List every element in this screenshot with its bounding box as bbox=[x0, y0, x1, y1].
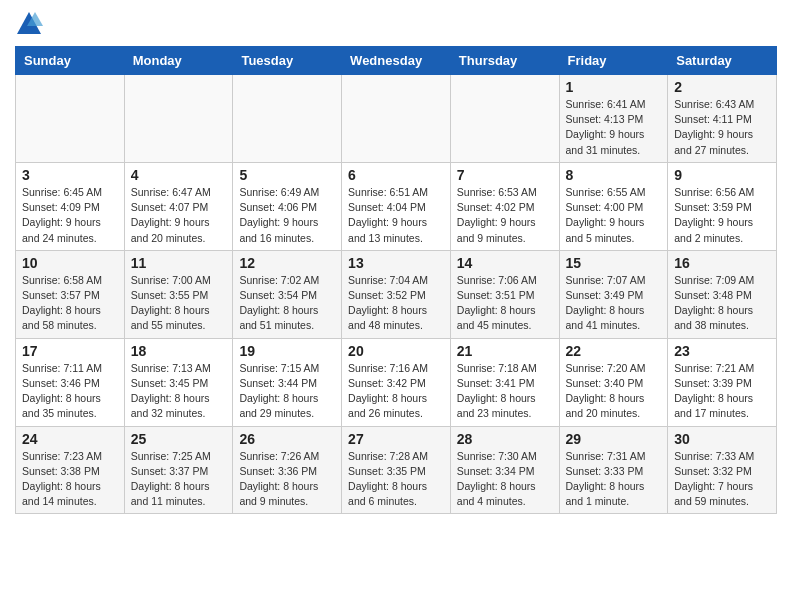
calendar-week: 1Sunrise: 6:41 AMSunset: 4:13 PMDaylight… bbox=[16, 75, 777, 163]
day-number: 24 bbox=[22, 431, 118, 447]
calendar-cell bbox=[342, 75, 451, 163]
weekday-header: Saturday bbox=[668, 47, 777, 75]
day-info: Sunrise: 6:56 AMSunset: 3:59 PMDaylight:… bbox=[674, 185, 770, 246]
calendar-week: 17Sunrise: 7:11 AMSunset: 3:46 PMDayligh… bbox=[16, 338, 777, 426]
day-number: 28 bbox=[457, 431, 553, 447]
day-info: Sunrise: 7:26 AMSunset: 3:36 PMDaylight:… bbox=[239, 449, 335, 510]
day-info: Sunrise: 7:02 AMSunset: 3:54 PMDaylight:… bbox=[239, 273, 335, 334]
calendar-cell: 28Sunrise: 7:30 AMSunset: 3:34 PMDayligh… bbox=[450, 426, 559, 514]
day-info: Sunrise: 7:13 AMSunset: 3:45 PMDaylight:… bbox=[131, 361, 227, 422]
day-number: 16 bbox=[674, 255, 770, 271]
calendar-body: 1Sunrise: 6:41 AMSunset: 4:13 PMDaylight… bbox=[16, 75, 777, 514]
calendar-cell: 20Sunrise: 7:16 AMSunset: 3:42 PMDayligh… bbox=[342, 338, 451, 426]
day-number: 14 bbox=[457, 255, 553, 271]
day-info: Sunrise: 6:55 AMSunset: 4:00 PMDaylight:… bbox=[566, 185, 662, 246]
header bbox=[15, 10, 777, 38]
day-number: 2 bbox=[674, 79, 770, 95]
day-info: Sunrise: 7:28 AMSunset: 3:35 PMDaylight:… bbox=[348, 449, 444, 510]
calendar-cell: 24Sunrise: 7:23 AMSunset: 3:38 PMDayligh… bbox=[16, 426, 125, 514]
weekday-header: Sunday bbox=[16, 47, 125, 75]
calendar-week: 24Sunrise: 7:23 AMSunset: 3:38 PMDayligh… bbox=[16, 426, 777, 514]
day-info: Sunrise: 7:25 AMSunset: 3:37 PMDaylight:… bbox=[131, 449, 227, 510]
day-number: 27 bbox=[348, 431, 444, 447]
calendar-cell: 3Sunrise: 6:45 AMSunset: 4:09 PMDaylight… bbox=[16, 162, 125, 250]
day-info: Sunrise: 6:53 AMSunset: 4:02 PMDaylight:… bbox=[457, 185, 553, 246]
day-info: Sunrise: 6:45 AMSunset: 4:09 PMDaylight:… bbox=[22, 185, 118, 246]
calendar-cell: 29Sunrise: 7:31 AMSunset: 3:33 PMDayligh… bbox=[559, 426, 668, 514]
calendar-cell: 19Sunrise: 7:15 AMSunset: 3:44 PMDayligh… bbox=[233, 338, 342, 426]
day-info: Sunrise: 7:21 AMSunset: 3:39 PMDaylight:… bbox=[674, 361, 770, 422]
calendar-cell: 17Sunrise: 7:11 AMSunset: 3:46 PMDayligh… bbox=[16, 338, 125, 426]
calendar-cell: 21Sunrise: 7:18 AMSunset: 3:41 PMDayligh… bbox=[450, 338, 559, 426]
day-number: 12 bbox=[239, 255, 335, 271]
day-info: Sunrise: 7:00 AMSunset: 3:55 PMDaylight:… bbox=[131, 273, 227, 334]
day-number: 26 bbox=[239, 431, 335, 447]
weekday-header: Monday bbox=[124, 47, 233, 75]
header-row: SundayMondayTuesdayWednesdayThursdayFrid… bbox=[16, 47, 777, 75]
day-info: Sunrise: 7:33 AMSunset: 3:32 PMDaylight:… bbox=[674, 449, 770, 510]
weekday-header: Thursday bbox=[450, 47, 559, 75]
day-info: Sunrise: 7:16 AMSunset: 3:42 PMDaylight:… bbox=[348, 361, 444, 422]
calendar-cell: 23Sunrise: 7:21 AMSunset: 3:39 PMDayligh… bbox=[668, 338, 777, 426]
day-number: 20 bbox=[348, 343, 444, 359]
day-number: 15 bbox=[566, 255, 662, 271]
calendar-cell bbox=[233, 75, 342, 163]
day-number: 9 bbox=[674, 167, 770, 183]
calendar-cell: 2Sunrise: 6:43 AMSunset: 4:11 PMDaylight… bbox=[668, 75, 777, 163]
day-number: 8 bbox=[566, 167, 662, 183]
calendar-cell: 12Sunrise: 7:02 AMSunset: 3:54 PMDayligh… bbox=[233, 250, 342, 338]
day-number: 4 bbox=[131, 167, 227, 183]
day-number: 25 bbox=[131, 431, 227, 447]
calendar-cell: 4Sunrise: 6:47 AMSunset: 4:07 PMDaylight… bbox=[124, 162, 233, 250]
day-number: 5 bbox=[239, 167, 335, 183]
calendar-cell: 30Sunrise: 7:33 AMSunset: 3:32 PMDayligh… bbox=[668, 426, 777, 514]
weekday-header: Friday bbox=[559, 47, 668, 75]
day-number: 6 bbox=[348, 167, 444, 183]
weekday-header: Wednesday bbox=[342, 47, 451, 75]
calendar-cell: 9Sunrise: 6:56 AMSunset: 3:59 PMDaylight… bbox=[668, 162, 777, 250]
day-number: 1 bbox=[566, 79, 662, 95]
day-info: Sunrise: 7:06 AMSunset: 3:51 PMDaylight:… bbox=[457, 273, 553, 334]
day-number: 11 bbox=[131, 255, 227, 271]
day-info: Sunrise: 6:58 AMSunset: 3:57 PMDaylight:… bbox=[22, 273, 118, 334]
day-info: Sunrise: 6:49 AMSunset: 4:06 PMDaylight:… bbox=[239, 185, 335, 246]
calendar-cell: 18Sunrise: 7:13 AMSunset: 3:45 PMDayligh… bbox=[124, 338, 233, 426]
calendar-cell: 8Sunrise: 6:55 AMSunset: 4:00 PMDaylight… bbox=[559, 162, 668, 250]
calendar-cell: 6Sunrise: 6:51 AMSunset: 4:04 PMDaylight… bbox=[342, 162, 451, 250]
calendar-cell: 16Sunrise: 7:09 AMSunset: 3:48 PMDayligh… bbox=[668, 250, 777, 338]
day-info: Sunrise: 7:23 AMSunset: 3:38 PMDaylight:… bbox=[22, 449, 118, 510]
day-info: Sunrise: 7:30 AMSunset: 3:34 PMDaylight:… bbox=[457, 449, 553, 510]
calendar-cell: 10Sunrise: 6:58 AMSunset: 3:57 PMDayligh… bbox=[16, 250, 125, 338]
day-number: 17 bbox=[22, 343, 118, 359]
day-number: 18 bbox=[131, 343, 227, 359]
calendar-table: SundayMondayTuesdayWednesdayThursdayFrid… bbox=[15, 46, 777, 514]
day-info: Sunrise: 7:09 AMSunset: 3:48 PMDaylight:… bbox=[674, 273, 770, 334]
calendar-cell: 13Sunrise: 7:04 AMSunset: 3:52 PMDayligh… bbox=[342, 250, 451, 338]
day-info: Sunrise: 7:15 AMSunset: 3:44 PMDaylight:… bbox=[239, 361, 335, 422]
calendar-week: 10Sunrise: 6:58 AMSunset: 3:57 PMDayligh… bbox=[16, 250, 777, 338]
day-number: 7 bbox=[457, 167, 553, 183]
day-info: Sunrise: 6:47 AMSunset: 4:07 PMDaylight:… bbox=[131, 185, 227, 246]
calendar-cell bbox=[16, 75, 125, 163]
calendar-cell: 14Sunrise: 7:06 AMSunset: 3:51 PMDayligh… bbox=[450, 250, 559, 338]
day-number: 30 bbox=[674, 431, 770, 447]
calendar-cell: 26Sunrise: 7:26 AMSunset: 3:36 PMDayligh… bbox=[233, 426, 342, 514]
day-info: Sunrise: 7:20 AMSunset: 3:40 PMDaylight:… bbox=[566, 361, 662, 422]
calendar-cell: 5Sunrise: 6:49 AMSunset: 4:06 PMDaylight… bbox=[233, 162, 342, 250]
weekday-header: Tuesday bbox=[233, 47, 342, 75]
calendar-week: 3Sunrise: 6:45 AMSunset: 4:09 PMDaylight… bbox=[16, 162, 777, 250]
day-number: 29 bbox=[566, 431, 662, 447]
calendar-cell: 1Sunrise: 6:41 AMSunset: 4:13 PMDaylight… bbox=[559, 75, 668, 163]
day-number: 22 bbox=[566, 343, 662, 359]
calendar-cell: 7Sunrise: 6:53 AMSunset: 4:02 PMDaylight… bbox=[450, 162, 559, 250]
day-info: Sunrise: 7:11 AMSunset: 3:46 PMDaylight:… bbox=[22, 361, 118, 422]
day-info: Sunrise: 7:04 AMSunset: 3:52 PMDaylight:… bbox=[348, 273, 444, 334]
day-info: Sunrise: 7:18 AMSunset: 3:41 PMDaylight:… bbox=[457, 361, 553, 422]
day-number: 19 bbox=[239, 343, 335, 359]
page: SundayMondayTuesdayWednesdayThursdayFrid… bbox=[0, 0, 792, 524]
calendar-cell bbox=[124, 75, 233, 163]
calendar-cell: 11Sunrise: 7:00 AMSunset: 3:55 PMDayligh… bbox=[124, 250, 233, 338]
day-number: 10 bbox=[22, 255, 118, 271]
logo-icon bbox=[15, 10, 43, 38]
calendar-cell: 22Sunrise: 7:20 AMSunset: 3:40 PMDayligh… bbox=[559, 338, 668, 426]
